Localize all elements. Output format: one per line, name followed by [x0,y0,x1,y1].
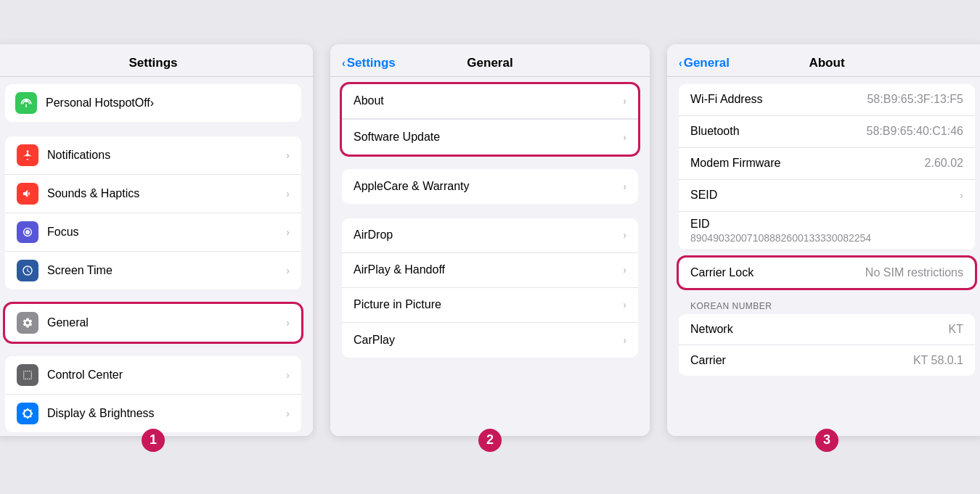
software-update-item[interactable]: Software Update › [342,120,638,155]
separator-1 [0,122,313,129]
carplay-chevron: › [623,334,626,346]
notifications-label: Notifications [47,149,286,162]
about-info-group: Wi-Fi Address 58:B9:65:3F:13:F5 Bluetoot… [679,84,975,250]
carplay-item[interactable]: CarPlay › [342,323,638,358]
software-update-chevron: › [623,131,626,143]
back-general-label: General [684,56,730,70]
hotspot-icon [15,92,37,114]
about-highlighted-group: About › Software Update › [342,84,638,155]
hotspot-label: Personal Hotspot [46,96,135,110]
carrier-row-bottom: Carrier KT 58.0.1 [679,345,975,376]
control-center-item[interactable]: Control Center › [5,356,301,395]
back-general-chevron-icon: ‹ [679,57,682,69]
modem-firmware-label: Modem Firmware [690,157,925,170]
pip-chevron: › [623,299,626,310]
carrier-lock-row: Carrier Lock No SIM restrictions [679,258,975,288]
applecare-chevron: › [623,181,626,192]
settings-title: Settings [128,56,177,70]
carrier-lock-value: No SIM restrictions [865,266,963,279]
applecare-label: AppleCare & Warranty [354,180,623,193]
focus-label: Focus [47,226,286,239]
seid-row[interactable]: SEID › [679,180,975,212]
about-item[interactable]: About › [342,84,638,119]
general-item[interactable]: General › [5,304,301,342]
eid-row: EID 89049032007108882600133330082254 [679,212,975,250]
about-chevron: › [623,95,626,107]
control-center-group: Control Center › Display & Brightness › [5,356,301,432]
airplay-item[interactable]: AirPlay & Handoff › [342,253,638,288]
about-label: About [354,94,623,107]
airplay-label: AirPlay & Handoff [354,263,623,276]
back-to-settings[interactable]: ‹ Settings [342,56,396,70]
display-brightness-icon [17,403,38,424]
general-label: General [47,316,286,329]
modem-firmware-row: Modem Firmware 2.60.02 [679,148,975,180]
general-header: ‹ Settings General [330,44,650,77]
settings-body: Personal Hotspot Off › Notifications › [0,77,313,436]
about-panel-title: About [809,56,844,70]
hotspot-chevron: › [150,96,154,110]
notifications-icon [17,144,38,166]
bluetooth-row: Bluetooth 58:B9:65:40:C1:46 [679,116,975,148]
seid-chevron: › [960,189,963,201]
carrier-lock-label: Carrier Lock [690,266,865,279]
general-panel-title: General [467,56,513,70]
badge-2: 2 [478,429,502,452]
screen-time-chevron: › [286,265,290,276]
badge-1: 1 [142,429,165,452]
airdrop-label: AirDrop [354,229,623,242]
sounds-item[interactable]: Sounds & Haptics › [5,175,301,213]
wifi-address-value: 58:B9:65:3F:13:F5 [867,93,963,106]
control-center-chevron: › [286,369,290,381]
back-to-general[interactable]: ‹ General [679,56,730,70]
carrier-lock-highlighted: Carrier Lock No SIM restrictions [679,258,975,288]
hotspot-section: Personal Hotspot Off › [5,84,301,122]
panel-general: ‹ Settings General About › Software Upda… [330,44,650,436]
korean-number-group: Network KT Carrier KT 58.0.1 [679,314,975,376]
notifications-chevron: › [286,149,290,161]
wifi-address-label: Wi-Fi Address [690,93,867,106]
screen-time-item[interactable]: Screen Time › [5,252,301,289]
display-brightness-chevron: › [286,408,290,419]
focus-chevron: › [286,226,290,238]
wifi-address-row: Wi-Fi Address 58:B9:65:3F:13:F5 [679,84,975,116]
network-label: Network [690,323,949,336]
about-body: Wi-Fi Address 58:B9:65:3F:13:F5 Bluetoot… [667,77,980,436]
network-value: KT [949,323,963,336]
screen-time-label: Screen Time [47,264,286,277]
applecare-group: AppleCare & Warranty › [342,169,638,204]
airplay-chevron: › [623,264,626,276]
general-group: General › [5,304,301,342]
general-body: About › Software Update › AppleCare & Wa… [330,77,650,436]
panel-about: ‹ General About Wi-Fi Address 58:B9:65:3… [667,44,980,436]
settings-header: Settings [0,44,313,77]
eid-label: EID [690,218,963,231]
korean-number-header: KOREAN NUMBER [667,295,980,314]
display-brightness-item[interactable]: Display & Brightness › [5,395,301,432]
pip-item[interactable]: Picture in Picture › [342,288,638,323]
seid-label: SEID [690,189,957,202]
gen-sep-1 [330,155,650,162]
notifications-group: Notifications › Sounds & Haptics › [5,136,301,289]
focus-item[interactable]: Focus › [5,213,301,252]
bluetooth-value: 58:B9:65:40:C1:46 [867,125,963,138]
about-sep-2 [667,288,980,295]
notifications-item[interactable]: Notifications › [5,136,301,175]
modem-firmware-value: 2.60.02 [925,157,963,170]
general-chevron: › [286,317,290,329]
network-row: Network KT [679,314,975,345]
bluetooth-label: Bluetooth [690,125,867,138]
airdrop-item[interactable]: AirDrop › [342,218,638,253]
airdrop-chevron: › [623,229,626,241]
control-center-label: Control Center [47,369,286,382]
carrier-label: Carrier [690,354,913,367]
software-update-label: Software Update [354,131,623,144]
personal-hotspot-row[interactable]: Personal Hotspot Off › [5,84,301,122]
separator-2 [0,289,313,297]
applecare-item[interactable]: AppleCare & Warranty › [342,169,638,204]
eid-value: 89049032007108882600133330082254 [690,232,963,244]
carplay-label: CarPlay [354,334,623,347]
about-sep-1 [667,250,980,258]
pip-label: Picture in Picture [354,298,623,311]
hotspot-value: Off [135,96,150,110]
